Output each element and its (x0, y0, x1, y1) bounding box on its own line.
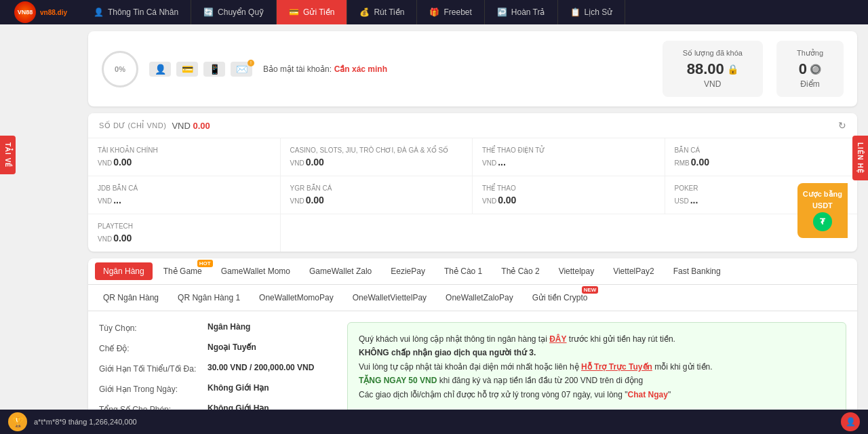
email-icon: ✉️ ! (231, 62, 252, 77)
nav-rut-tien[interactable]: 💰 Rút Tiền (347, 0, 417, 24)
balance-section: SỐ DƯ (CHỈ VND) VND 0.00 ↻ TÀI KHOẢN CHÍ… (88, 113, 857, 252)
bottom-text: a*t*m*8*9 tháng 1,266,240,000 (34, 418, 137, 426)
tab-fast-banking[interactable]: Fast Banking (665, 262, 729, 280)
email-badge: ! (248, 60, 254, 66)
coin-icon: 🔘 (810, 64, 821, 75)
history-icon: 📋 (570, 7, 580, 17)
gift-icon: 🎁 (429, 7, 439, 17)
deposit-icon: 💳 (289, 7, 299, 17)
tab-onewallet-zalo[interactable]: OneWalletZaloPay (437, 289, 521, 307)
usdt-button[interactable]: Cược bằng USDT ₮ (797, 183, 848, 238)
form-left: Tùy Chọn: Ngân Hàng Chế Độ: Ngoại Tuyến … (99, 322, 336, 424)
phone-icon: 📱 (203, 62, 225, 77)
tab-ngan-hang[interactable]: Ngân Hàng (95, 262, 153, 280)
notice-panel: Quý khách vui lòng cập nhật thông tin ng… (347, 322, 846, 424)
nav-hoan-tra[interactable]: ↩️ Hoàn Trả (485, 0, 558, 24)
reward-stat: Thưởng 0 🔘 Điểm (776, 41, 844, 97)
user-avatar: 👤 (841, 412, 860, 431)
verify-text: Bảo mật tài khoản: Cần xác minh (263, 64, 387, 74)
logo-vn: VN88 (18, 9, 33, 16)
new-badge: NEW (582, 286, 599, 294)
balance-cell: THỂ THAO VND0.00 (473, 176, 665, 214)
tab-onewallet-momo[interactable]: OneWalletMomoPay (251, 289, 342, 307)
tai-ve-button[interactable]: TẢI VỀ (0, 136, 16, 174)
tabs-section: Ngân Hàng Thẻ Game HOT GameWallet Momo G… (88, 258, 857, 434)
user-icon: 👤 (94, 7, 104, 17)
form-row-tuy-chon: Tùy Chọn: Ngân Hàng (99, 322, 336, 333)
tab-qr-ngan-hang-1[interactable]: QR Ngân Hàng 1 (170, 289, 248, 307)
tabs-row1: Ngân Hàng Thẻ Game HOT GameWallet Momo G… (88, 258, 857, 285)
tab-viettelpay[interactable]: Viettelpay (551, 262, 602, 280)
shield-icon: 0% (102, 51, 138, 87)
balance-cell: THỂ THAO ĐIỆN TỬ VND... (473, 138, 665, 176)
security-bar: 0% 👤 💳 📱 ✉️ ! Bảo mật tài khoản: Cần xác… (88, 31, 857, 106)
nav-freebet[interactable]: 🎁 Freebet (417, 0, 484, 24)
form-row-gioi-han-ngay: Giới Hạn Trong Ngày: Không Giới Hạn (99, 383, 336, 394)
locked-stat: Số lượng đã khóa 88.00 🔒 VND (663, 41, 763, 97)
form-row-che-do: Chế Độ: Ngoại Tuyến (99, 342, 336, 353)
balance-cell: YGR BẮN CÁ VND0.00 (281, 176, 473, 214)
tabs-row2: QR Ngân Hàng QR Ngân Hàng 1 OneWalletMom… (88, 285, 857, 311)
nav-chuyen-quy[interactable]: 🔄 Chuyển Quỹ (191, 0, 277, 24)
nav-gui-tien[interactable]: 💳 Gửi Tiền (277, 0, 347, 24)
lien-he-button[interactable]: LIÊN HỆ (852, 136, 868, 180)
form-row-gioi-han: Giới Hạn Tối Thiểu/Tối Đa: 30.00 VND / 2… (99, 363, 336, 374)
tab-the-game[interactable]: Thẻ Game HOT (155, 262, 210, 280)
balance-grid: TÀI KHOẢN CHÍNH VND0.00 CASINO, SLOTS, J… (88, 138, 857, 252)
tab-onewallet-viettel[interactable]: OneWalletViettelPay (344, 289, 435, 307)
logo-area: VN88 vn88.diy (0, 0, 81, 24)
tab-qr-ngan-hang[interactable]: QR Ngân Hàng (95, 289, 167, 307)
tab-gui-tien-crypto[interactable]: Gửi tiền Crypto NEW (524, 289, 596, 307)
trophy-icon: 🏆 (8, 412, 27, 431)
balance-cell: PLAYTECH VND0.00 (88, 214, 281, 252)
security-icons: 👤 💳 📱 ✉️ ! (149, 62, 252, 77)
nav-thong-tin[interactable]: 👤 Thông Tin Cá Nhân (81, 0, 191, 24)
tab-the-cao-2[interactable]: Thẻ Cào 2 (493, 262, 547, 280)
balance-cell: CASINO, SLOTS, JIU, TRÒ CHƠI, ĐÀ GÀ & XỔ… (281, 138, 473, 176)
day-link[interactable]: ĐÂY (549, 334, 566, 344)
card-icon: 💳 (176, 62, 198, 77)
nav-lich-su[interactable]: 📋 Lịch Sử (558, 0, 626, 24)
cashback-icon: ↩️ (497, 7, 507, 17)
tab-gamewallet-momo[interactable]: GameWallet Momo (213, 262, 298, 280)
hot-badge: HOT (197, 260, 213, 267)
refresh-icon[interactable]: ↻ (838, 120, 846, 131)
support-link[interactable]: Hỗ Trợ Trực Tuyến (581, 362, 652, 372)
tab-viettelpay2[interactable]: ViettelPay2 (605, 262, 663, 280)
tab-gamewallet-zalo[interactable]: GameWallet Zalo (301, 262, 380, 280)
tab-the-cao-1[interactable]: Thẻ Cào 1 (436, 262, 490, 280)
bottom-bar: 🏆 a*t*m*8*9 tháng 1,266,240,000 👤 (0, 410, 868, 434)
logo-subtext: vn88.diy (40, 9, 67, 16)
logo-icon: VN88 (14, 1, 36, 23)
tab-eeziepay[interactable]: EeziePay (382, 262, 433, 280)
top-nav: 👤 Thông Tin Cá Nhân 🔄 Chuyển Quỹ 💳 Gửi T… (81, 0, 868, 24)
withdraw-icon: 💰 (359, 7, 370, 17)
usdt-coin-icon: ₮ (813, 212, 832, 231)
person-icon: 👤 (149, 62, 171, 77)
lock-icon: 🔒 (727, 64, 738, 75)
transfer-icon: 🔄 (203, 7, 214, 17)
balance-cell: JDB BẮN CÁ VND... (88, 176, 281, 214)
balance-cell: TÀI KHOẢN CHÍNH VND0.00 (88, 138, 281, 176)
verify-link[interactable]: Cần xác minh (334, 64, 387, 74)
chat-link[interactable]: Chat Ngay (628, 390, 668, 399)
balance-cell: BẮN CÁ RMB0.00 (665, 138, 858, 176)
